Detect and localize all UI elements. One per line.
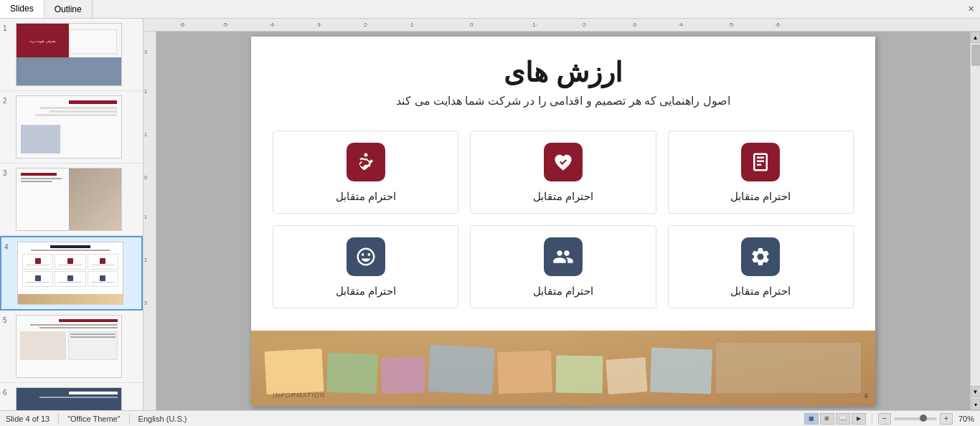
card-1-label: احترام متقابل [336, 190, 396, 203]
heart-check-icon [552, 151, 574, 173]
slide-preview-4 [17, 242, 123, 305]
slide-panel: 1 معرفی هویت برند 2 [0, 19, 143, 410]
slide-num-5: 5 [3, 315, 11, 324]
smile-icon [355, 246, 377, 268]
slide-thumbnail-5[interactable]: 5 [0, 311, 143, 383]
scroll-thumb[interactable] [971, 44, 980, 66]
status-bar: Slide 4 of 13 "Office Theme" English (U.… [0, 410, 980, 426]
tab-outline-label: Outline [55, 4, 82, 14]
card-2-icon-box [544, 143, 583, 181]
slide-sorter-button[interactable]: ⊞ [820, 413, 834, 425]
status-separator-2 [129, 414, 130, 424]
tab-slides-label: Slides [10, 4, 34, 14]
handshake-icon [355, 151, 377, 173]
slide-thumbnail-2[interactable]: 2 [0, 91, 143, 164]
slide-thumbnail-3[interactable]: 3 [0, 164, 143, 236]
value-card-3: احترام متقابل [668, 131, 854, 214]
theme-text: "Office Theme" [67, 415, 120, 423]
ruler-mark: ·5· [728, 22, 735, 28]
value-card-2: احترام متقابل [470, 131, 656, 214]
card-5-icon-box [544, 237, 583, 276]
view-buttons: ▦ ⊞ 📖 ▶ [804, 413, 866, 425]
slide-thumbnail-6[interactable]: 6 [0, 383, 143, 410]
slide-num-6: 6 [3, 387, 11, 397]
slide-preview-5 [16, 315, 122, 378]
scroll-track[interactable] [971, 43, 980, 386]
ruler-v-mark: 0 [144, 175, 147, 180]
status-right: ▦ ⊞ 📖 ▶ − + 70% [804, 413, 974, 425]
slide-preview-1: معرفی هویت برند [16, 23, 122, 86]
ruler-vertical: 3 2 1 0 1 2 3 [143, 32, 156, 410]
card-5-label: احترام متقابل [533, 285, 593, 298]
slide-thumbnail-1[interactable]: 1 معرفی هویت برند [0, 19, 143, 91]
slide-thumbnail-4[interactable]: 4 [0, 236, 143, 311]
slide-num-1: 1 [3, 23, 11, 32]
normal-view-button[interactable]: ▦ [804, 413, 819, 425]
slide-preview-3 [16, 168, 122, 231]
card-6-label: احترام متقابل [730, 285, 791, 298]
slide-info-text: Slide 4 of 13 [6, 415, 50, 423]
zoom-level-text[interactable]: 70% [958, 415, 974, 423]
scroll-up-button[interactable]: ▲ [971, 32, 981, 43]
ruler-mark: ·3· [631, 22, 638, 28]
status-separator-1 [58, 414, 59, 424]
scrollbar-vertical[interactable]: ▲ ▼ ▾ [970, 32, 980, 410]
slide-4[interactable]: ارزش های اصول راهنمایی که هر تصمیم و اقد… [251, 37, 875, 406]
ruler-mark: ·2· [581, 22, 588, 28]
ruler-mark: ·4· [269, 22, 275, 28]
slide-subtitle: اصول راهنمایی که هر تصمیم و اقدامی را در… [251, 94, 875, 108]
ruler-mark: ·3· [316, 22, 322, 28]
card-1-icon-box [347, 143, 385, 181]
people-icon [552, 246, 574, 268]
book-icon [750, 151, 771, 173]
card-2-label: احترام متقابل [533, 190, 593, 203]
ruler-mark: 0 [470, 22, 473, 28]
zoom-in-button[interactable]: + [940, 413, 953, 425]
presentation-button[interactable]: ▶ [852, 413, 866, 425]
ruler-v-mark: 1 [144, 214, 147, 219]
ruler-v-mark: 2 [144, 89, 147, 94]
tab-bar: Slides Outline ✕ [0, 0, 980, 19]
slide-bottom-image: INFORMATION [251, 331, 875, 406]
slide-num-3: 3 [3, 168, 11, 177]
main-area: 1 معرفی هویت برند 2 [0, 19, 980, 410]
ruler-mark: ·4· [678, 22, 684, 28]
ruler-mark: ·6· [775, 22, 781, 28]
ruler-horizontal: ·6· ·5· ·4· ·3· ·2· ·1· 0 ·1· ·2· ·3· ·4… [143, 19, 980, 32]
zoom-controls: − + [878, 413, 953, 425]
zoom-out-button[interactable]: − [878, 413, 891, 425]
value-card-5: احترام متقابل [470, 225, 656, 308]
panel-close-button[interactable]: ✕ [962, 1, 980, 16]
ruler-v-mark: 3 [144, 300, 147, 306]
gear-icon [750, 246, 771, 268]
scroll-bottom-button[interactable]: ▾ [971, 399, 981, 410]
slide-preview-2 [16, 95, 122, 158]
ruler-v-mark: 2 [144, 257, 147, 262]
ruler-mark: ·1· [409, 22, 415, 28]
zoom-slider-thumb[interactable] [920, 415, 927, 422]
slide-num-4: 4 [4, 242, 13, 251]
canvas-with-ruler: 3 2 1 0 1 2 3 ارزش های اصول راهنمایی که … [143, 32, 980, 410]
card-4-label: احترام متقابل [336, 285, 396, 298]
slide-canvas-wrapper: ارزش های اصول راهنمایی که هر تصمیم و اقد… [156, 32, 970, 410]
ruler-mark: ·1· [531, 22, 537, 28]
card-3-icon-box [741, 143, 780, 181]
zoom-slider[interactable] [894, 417, 937, 420]
slide-num-2: 2 [3, 95, 11, 105]
card-4-icon-box [347, 237, 385, 276]
reading-view-button[interactable]: 📖 [836, 413, 850, 425]
value-card-6: احترام متقابل [668, 225, 854, 308]
status-separator-3 [872, 414, 872, 424]
slide-preview-6 [16, 387, 122, 410]
ruler-mark: ·2· [362, 22, 369, 28]
tab-outline[interactable]: Outline [44, 0, 93, 18]
ruler-mark: ·5· [222, 22, 229, 28]
language-text: English (U.S.) [138, 415, 187, 423]
value-card-1: احترام متقابل [273, 131, 458, 214]
canvas-area: ·6· ·5· ·4· ·3· ·2· ·1· 0 ·1· ·2· ·3· ·4… [143, 19, 980, 410]
value-card-4: احترام متقابل [273, 225, 458, 308]
scroll-down-button[interactable]: ▼ [971, 386, 981, 397]
card-6-icon-box [741, 237, 780, 276]
slide-page-number: 4 [864, 392, 868, 400]
tab-slides[interactable]: Slides [0, 0, 44, 18]
